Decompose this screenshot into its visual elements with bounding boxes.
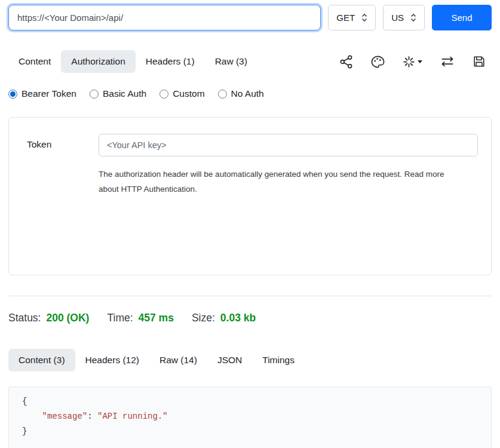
updown-arrows-icon [361, 13, 367, 22]
url-input[interactable] [8, 5, 321, 30]
tab-authorization[interactable]: Authorization [61, 50, 135, 73]
token-help-text: The authorization header will be automat… [99, 167, 446, 197]
api-client-page: GET US Send Content Authorization Header… [0, 0, 500, 448]
radio-label: No Auth [231, 88, 264, 99]
swap-arrows-icon[interactable] [440, 55, 455, 68]
size-group: Size: 0.03 kb [192, 312, 256, 324]
chevron-down-icon [418, 60, 422, 63]
method-select[interactable]: GET [328, 5, 376, 30]
radio-unselected-icon [90, 90, 99, 99]
time-label: Time: [107, 312, 133, 324]
request-tabs-row: Content Authorization Headers (1) Raw (3… [8, 50, 492, 73]
radio-basic-auth[interactable]: Basic Auth [90, 88, 146, 99]
code-token: : [87, 412, 97, 421]
share-nodes-icon[interactable] [339, 55, 353, 69]
status-group: Status: 200 (OK) [8, 312, 89, 324]
code-token-key: "message" [42, 412, 88, 421]
code-token [22, 412, 42, 421]
tab-headers[interactable]: Headers (1) [136, 50, 205, 73]
radio-no-auth[interactable]: No Auth [218, 88, 264, 99]
radio-unselected-icon [159, 90, 168, 99]
response-status-bar: Status: 200 (OK) Time: 457 ms Size: 0.03… [8, 312, 492, 324]
token-input[interactable] [99, 134, 478, 157]
save-icon[interactable] [473, 55, 486, 68]
updown-arrows-icon [410, 13, 416, 22]
code-token: { [22, 397, 27, 406]
time-group: Time: 457 ms [107, 312, 173, 324]
send-button[interactable]: Send [432, 5, 492, 30]
response-tabs: Content (3) Headers (12) Raw (14) JSON T… [8, 349, 492, 372]
radio-selected-icon [8, 90, 17, 99]
time-value: 457 ms [139, 312, 174, 324]
request-tabs: Content Authorization Headers (1) Raw (3… [8, 50, 257, 73]
tab-raw[interactable]: Raw (3) [205, 50, 257, 73]
tab-response-headers[interactable]: Headers (12) [75, 349, 149, 372]
palette-icon[interactable] [371, 55, 385, 69]
sparkles-dropdown-icon[interactable] [403, 56, 422, 68]
request-bar: GET US Send [8, 5, 492, 30]
radio-label: Basic Auth [103, 88, 146, 99]
auth-type-options: Bearer Token Basic Auth Custom No Auth [8, 88, 492, 99]
tab-content[interactable]: Content [8, 50, 61, 73]
section-divider [8, 296, 492, 296]
token-label: Token [27, 134, 99, 275]
status-label: Status: [8, 312, 41, 324]
request-toolbar [339, 55, 492, 69]
code-token-string: "API running." [97, 412, 168, 421]
radio-bearer-token[interactable]: Bearer Token [8, 88, 76, 99]
response-body: { "message": "API running." } [8, 386, 492, 448]
radio-custom[interactable]: Custom [159, 88, 204, 99]
radio-unselected-icon [218, 90, 227, 99]
radio-label: Bearer Token [22, 88, 76, 99]
token-panel-main: The authorization header will be automat… [99, 134, 478, 275]
tab-response-content[interactable]: Content (3) [8, 349, 75, 372]
radio-label: Custom [173, 88, 204, 99]
token-panel: Token The authorization header will be a… [8, 117, 492, 275]
tab-response-raw[interactable]: Raw (14) [149, 349, 207, 372]
status-value: 200 (OK) [46, 312, 89, 324]
tab-response-json[interactable]: JSON [207, 349, 252, 372]
method-select-value: GET [336, 13, 355, 23]
size-value: 0.03 kb [220, 312, 256, 324]
size-label: Size: [192, 312, 215, 324]
code-token: } [22, 426, 27, 436]
tab-response-timings[interactable]: Timings [252, 349, 305, 372]
location-select-value: US [391, 13, 404, 23]
location-select[interactable]: US [383, 5, 425, 30]
